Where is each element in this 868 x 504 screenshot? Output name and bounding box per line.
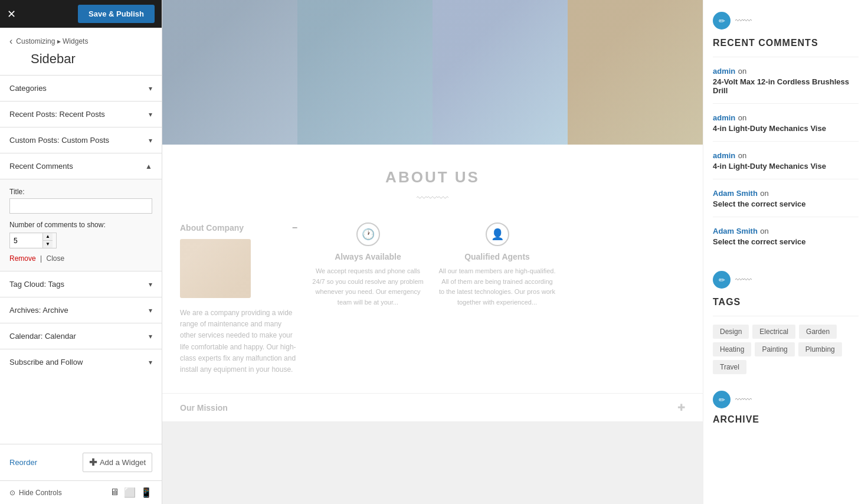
count-down-button[interactable]: ▼ [43,241,53,248]
widget-archives-label: Archives: Archive [9,306,68,315]
action-separator: | [40,254,42,263]
close-button[interactable]: ✕ [7,9,16,19]
agent-icon: 👤 [486,222,509,246]
mobile-view-icon[interactable]: 📱 [140,487,152,498]
add-widget-button[interactable]: ✚ Add a Widget [83,453,152,472]
qualified-agents-title: Qualified Agents [438,252,556,261]
tablet-view-icon[interactable]: ⬜ [124,487,136,498]
breadcrumb-section: Widgets [63,37,88,45]
count-input[interactable] [10,234,42,247]
tags-divider [713,316,859,316]
title-input[interactable] [9,198,152,214]
title-label: Title: [9,188,152,196]
tag-painting[interactable]: Painting [755,342,794,356]
widget-archives-arrow: ▾ [149,306,152,315]
always-available-title: Always Available [309,252,427,261]
widget-calendar-header[interactable]: Calendar: Calendar ▾ [0,323,162,349]
comment-on-3: on [738,151,746,160]
widget-recent-comments-header[interactable]: Recent Comments ▲ [0,153,162,179]
tag-garden[interactable]: Garden [799,325,837,339]
about-company-minus[interactable]: − [292,222,297,233]
widget-bottom-bar: Reorder ✚ Add a Widget [0,444,162,480]
hero-cell-1 [162,0,297,145]
hero-cell-3 [433,0,568,145]
sidebar-archive-header: ✏ 〰〰 [713,391,859,408]
sidebar-tags-title: TAGS [713,297,859,307]
widget-custom-posts-header[interactable]: Custom Posts: Custom Posts ▾ [0,127,162,153]
add-widget-label: Add a Widget [100,458,146,467]
panel-title: Sidebar [0,49,162,75]
comment-post-5: Select the correct service [713,237,859,246]
widget-custom-posts: Custom Posts: Custom Posts ▾ [0,127,162,153]
widget-actions: Remove | Close [9,254,152,263]
widget-categories-header[interactable]: Categories ▾ [0,76,162,101]
about-text: We are a company providing a wide range … [180,307,297,375]
hide-icon: ⊙ [9,489,15,497]
comment-author-row-5: Adam Smith on [713,225,859,236]
comment-author-5: Adam Smith [713,227,758,235]
count-up-button[interactable]: ▲ [43,233,53,241]
widget-subscribe-follow-header[interactable]: Subscribe and Follow ▾ [0,349,162,375]
comment-item-3: admin on 4-in Light-Duty Mechanics Vise [713,150,859,179]
comment-author-2: admin [713,113,735,122]
comment-author-row-1: admin on [713,66,859,76]
about-company-title-row: About Company − [180,222,297,233]
widget-recent-comments: Recent Comments ▲ Title: Number of comme… [0,153,162,271]
resize-handle[interactable] [159,0,162,504]
widget-tag-cloud-header[interactable]: Tag Cloud: Tags ▾ [0,271,162,297]
sidebar-archive-icon: ✏ [713,391,731,408]
breadcrumb-arrow: ▸ [57,37,63,45]
tag-design[interactable]: Design [713,325,749,339]
count-spinners: ▲ ▼ [42,233,53,248]
comment-item-2: admin on 4-in Light-Duty Mechanics Vise [713,112,859,142]
widget-recent-posts: Recent Posts: Recent Posts ▾ [0,101,162,127]
tag-plumbing[interactable]: Plumbing [798,342,842,356]
main-content: ABOUT US 〰〰〰 About Company − We are a co… [162,0,868,504]
comment-item-4: Adam Smith on Select the correct service [713,188,859,217]
about-columns: About Company − We are a company providi… [180,222,685,375]
about-company-col: About Company − We are a company providi… [180,222,297,375]
sidebar-archive-wave: 〰〰 [735,395,752,404]
sidebar-tags-header: ✏ 〰〰 [713,271,859,289]
close-link[interactable]: Close [47,254,65,263]
always-available-text: We accept requests and phone calls 24/7 … [309,266,427,307]
about-team-image [180,239,251,298]
widget-tag-cloud-label: Tag Cloud: Tags [9,280,64,289]
hero-cell-4 [568,0,703,145]
qualified-agents-col: 👤 Qualified Agents All our team members … [438,222,556,375]
customizer-panel: ✕ Save & Publish ‹ Customizing ▸ Widgets… [0,0,162,504]
widget-categories-arrow: ▾ [149,84,152,93]
customizing-link[interactable]: Customizing [16,37,55,45]
comment-post-1: 24-Volt Max 12-in Cordless Brushless Dri… [713,77,859,95]
widget-recent-posts-header[interactable]: Recent Posts: Recent Posts ▾ [0,102,162,127]
hero-grid [162,0,703,145]
widget-archives-header[interactable]: Archives: Archive ▾ [0,297,162,323]
widget-calendar: Calendar: Calendar ▾ [0,323,162,349]
tag-heating[interactable]: Heating [713,342,751,356]
preview-area: ABOUT US 〰〰〰 About Company − We are a co… [162,0,703,504]
comment-on-1: on [738,67,746,76]
top-bar: ✕ Save & Publish [0,0,162,28]
sidebar-comments-title: RECENT COMMENTS [713,38,859,48]
hero-image-2 [297,0,433,145]
sidebar-tags-icon: ✏ [713,271,731,289]
breadcrumb-area: ‹ Customizing ▸ Widgets [0,28,162,49]
widget-recent-posts-label: Recent Posts: Recent Posts [9,110,105,119]
widget-subscribe-follow-arrow: ▾ [149,358,152,366]
desktop-view-icon[interactable]: 🖥 [110,487,119,498]
save-publish-button[interactable]: Save & Publish [78,5,155,23]
about-company-title: About Company [180,223,244,233]
comment-author-row-3: admin on [713,150,859,161]
clock-icon: 🕐 [356,222,380,246]
tag-electrical[interactable]: Electrical [752,325,795,339]
hide-controls-toggle[interactable]: ⊙ Hide Controls [9,489,62,497]
qualified-agents-text: All our team members are high-qualified.… [438,266,556,307]
comment-on-2: on [738,113,746,122]
sidebar-archive: ✏ 〰〰 ARCHIVE [713,391,859,425]
reorder-button[interactable]: Reorder [9,458,37,467]
comment-post-3: 4-in Light-Duty Mechanics Vise [713,162,859,171]
tag-travel[interactable]: Travel [713,360,746,374]
remove-link[interactable]: Remove [9,254,36,263]
widget-subscribe-follow-label: Subscribe and Follow [9,358,83,366]
back-button[interactable]: ‹ [9,36,12,47]
